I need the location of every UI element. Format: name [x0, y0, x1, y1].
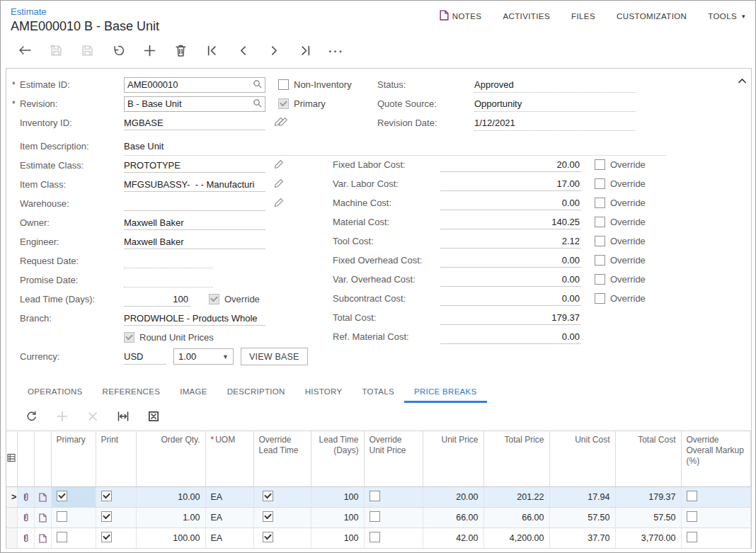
owner-field[interactable]: Maxwell Baker [124, 215, 265, 230]
print-row-checkbox[interactable] [101, 532, 112, 542]
subcontract-cost-field[interactable]: 0.00 [440, 291, 581, 306]
notes-column-header[interactable] [34, 431, 51, 487]
view-base-button[interactable]: VIEW BASE [241, 348, 308, 365]
order-qty-cell[interactable]: 1.00 [136, 508, 205, 528]
primary-row-checkbox[interactable] [57, 491, 67, 501]
estimate-id-input[interactable]: AME000010 [124, 77, 265, 93]
tool-override-checkbox[interactable] [595, 236, 605, 246]
more-actions-button[interactable]: ··· [321, 41, 352, 62]
var-overhead-cost-field[interactable]: 0.00 [440, 272, 581, 287]
table-row[interactable]: 1.00 EA 100 66.00 66.00 57.50 57.50 [6, 508, 751, 528]
order-qty-column-header[interactable]: Order Qty. [136, 431, 205, 487]
unit-cost-cell[interactable]: 37.70 [549, 528, 615, 549]
override-unit-price-checkbox[interactable] [370, 511, 380, 522]
warehouse-field[interactable] [124, 196, 265, 211]
currency-code-field[interactable]: USD [124, 349, 166, 365]
fixed-overhead-override-checkbox[interactable] [595, 255, 605, 266]
override-overall-markup-column-header[interactable]: Override Overall Markup (%) [681, 431, 751, 487]
non-inventory-checkbox[interactable] [278, 79, 289, 90]
tab-operations[interactable]: OPERATIONS [18, 383, 93, 403]
engineer-field[interactable]: Maxwell Baker [124, 234, 265, 249]
add-button[interactable] [134, 41, 165, 62]
grid-settings-icon[interactable] [6, 431, 17, 487]
primary-row-checkbox[interactable] [57, 511, 67, 522]
override-lead-time-checkbox[interactable] [263, 491, 273, 501]
uom-cell[interactable]: EA [205, 508, 253, 528]
edit-item-class-button[interactable] [274, 178, 284, 191]
override-lead-time-cell[interactable] [253, 487, 311, 508]
lead-time-days-cell[interactable]: 100 [311, 487, 364, 508]
tab-price-breaks[interactable]: PRICE BREAKS [404, 383, 487, 403]
collapse-panel-button[interactable] [738, 74, 747, 87]
order-qty-cell[interactable]: 100.00 [136, 528, 205, 549]
currency-rate-dropdown[interactable]: 1.00 ▼ [173, 348, 234, 365]
table-row[interactable]: > 10.00 EA 100 20.00 201.22 17.94 179. [6, 487, 751, 508]
tab-history[interactable]: HISTORY [295, 383, 353, 403]
primary-cell[interactable] [51, 487, 96, 508]
fixed-labor-override-checkbox[interactable] [595, 159, 605, 170]
note-icon[interactable] [34, 508, 51, 528]
primary-cell[interactable] [51, 508, 96, 528]
tool-cost-field[interactable]: 2.12 [440, 234, 581, 249]
breadcrumb-estimate-link[interactable]: Estimate [11, 6, 159, 17]
save-and-close-button[interactable] [40, 41, 71, 62]
unit-price-column-header[interactable]: Unit Price [423, 431, 483, 487]
var-labor-override-checkbox[interactable] [595, 178, 605, 189]
override-unit-price-cell[interactable] [364, 528, 423, 549]
attachments-column-header[interactable] [17, 431, 34, 487]
override-overall-markup-cell[interactable] [681, 508, 751, 528]
lead-time-days-cell[interactable]: 100 [311, 508, 364, 528]
override-overall-markup-cell[interactable] [681, 487, 751, 508]
override-unit-price-cell[interactable] [364, 487, 423, 508]
override-lead-time-column-header[interactable]: Override Lead Time [253, 431, 311, 487]
primary-cell[interactable] [51, 528, 96, 549]
item-class-field[interactable]: MFGSUBASSY- - - Manufacturi [124, 177, 265, 192]
material-override-checkbox[interactable] [595, 217, 605, 227]
revision-input[interactable]: B - Base Unit [124, 96, 265, 112]
uom-cell[interactable]: EA [205, 487, 253, 508]
print-cell[interactable] [96, 508, 136, 528]
round-unit-prices-checkbox[interactable] [124, 332, 134, 343]
order-qty-cell[interactable]: 10.00 [136, 487, 205, 508]
override-overall-markup-checkbox[interactable] [687, 491, 697, 501]
estimate-class-field[interactable]: PROTOTYPE [124, 158, 265, 173]
total-cost-column-header[interactable]: Total Cost [615, 431, 681, 487]
override-lead-time-checkbox[interactable] [263, 532, 273, 542]
print-cell[interactable] [96, 487, 136, 508]
ref-material-cost-field[interactable]: 0.00 [440, 329, 581, 344]
total-price-cell[interactable]: 4,200.00 [483, 528, 549, 549]
row-pointer[interactable] [6, 508, 17, 528]
tab-image[interactable]: IMAGE [170, 383, 217, 403]
override-overall-markup-checkbox[interactable] [687, 511, 697, 522]
print-row-checkbox[interactable] [101, 491, 112, 501]
override-overall-markup-cell[interactable] [681, 528, 751, 549]
lead-time-days-column-header[interactable]: Lead Time (Days) [311, 431, 364, 487]
paperclip-icon[interactable] [17, 487, 34, 508]
edit-inventory-pencil-button[interactable] [278, 117, 288, 130]
var-labor-cost-field[interactable]: 17.00 [440, 176, 581, 191]
fixed-labor-cost-field[interactable]: 20.00 [440, 157, 581, 172]
total-price-column-header[interactable]: Total Price [483, 431, 549, 487]
search-icon[interactable] [253, 79, 262, 91]
undo-button[interactable] [103, 41, 134, 62]
unit-cost-column-header[interactable]: Unit Cost [549, 431, 615, 487]
go-first-button[interactable] [196, 41, 227, 62]
override-lead-time-cell[interactable] [253, 528, 311, 549]
var-overhead-override-checkbox[interactable] [595, 274, 605, 285]
note-icon[interactable] [34, 528, 51, 549]
material-cost-field[interactable]: 140.25 [440, 215, 581, 229]
promise-date-field[interactable] [124, 273, 213, 287]
go-last-button[interactable] [290, 41, 321, 62]
files-link[interactable]: FILES [571, 12, 595, 21]
save-button[interactable] [71, 41, 103, 62]
primary-column-header[interactable]: Primary [51, 431, 96, 487]
machine-cost-field[interactable]: 0.00 [440, 195, 581, 210]
override-unit-price-column-header[interactable]: Override Unit Price [364, 431, 423, 487]
override-lead-time-cell[interactable] [253, 508, 311, 528]
total-cost-cell[interactable]: 3,770.00 [615, 528, 681, 549]
paperclip-icon[interactable] [17, 528, 34, 549]
item-description-field[interactable]: Base Unit [124, 139, 265, 154]
edit-estimate-class-button[interactable] [274, 159, 284, 172]
override-lead-time-checkbox[interactable] [263, 511, 273, 522]
export-excel-button[interactable] [138, 408, 168, 428]
